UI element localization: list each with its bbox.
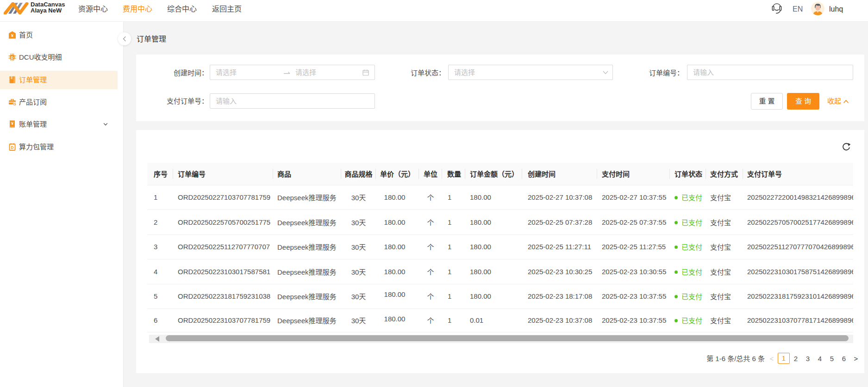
svg-text:¥: ¥ [14,103,16,106]
svg-text:D: D [11,145,13,150]
svg-text:D: D [11,55,14,60]
svg-text:¥: ¥ [11,121,13,126]
svg-text:¥: ¥ [11,33,13,38]
